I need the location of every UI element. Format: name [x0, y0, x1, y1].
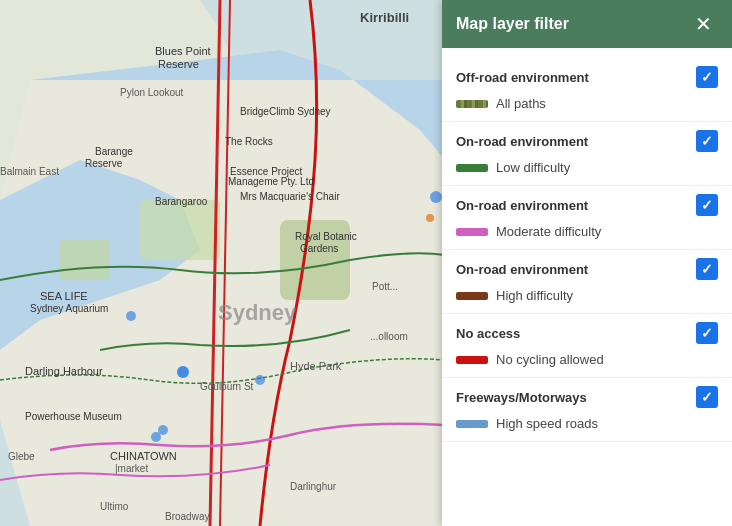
svg-text:Sydney Aquarium: Sydney Aquarium	[30, 303, 108, 314]
section-title-on-road-high: On-road environment	[456, 262, 588, 277]
section-header-no-access: No access	[456, 322, 718, 344]
legend-row: High speed roads	[456, 414, 718, 433]
legend-color-swatch	[456, 420, 488, 428]
legend-color-swatch	[456, 100, 488, 108]
svg-text:Barangaroo: Barangaroo	[155, 196, 208, 207]
svg-rect-8	[60, 240, 110, 280]
svg-text:Sydney: Sydney	[218, 300, 297, 325]
svg-text:Reserve: Reserve	[85, 158, 123, 169]
svg-text:The Rocks: The Rocks	[225, 136, 273, 147]
filter-panel: Map layer filter ✕ Off-road environmentA…	[442, 0, 732, 526]
filter-section-off-road: Off-road environmentAll paths	[442, 58, 732, 122]
filter-section-on-road-moderate: On-road environmentModerate difficulty	[442, 186, 732, 250]
legend-row: Moderate difficulty	[456, 222, 718, 241]
svg-text:Manageme Pty. Ltd: Manageme Pty. Ltd	[228, 176, 314, 187]
legend-row: All paths	[456, 94, 718, 113]
checkbox-no-access[interactable]	[696, 322, 718, 344]
section-header-off-road: Off-road environment	[456, 66, 718, 88]
section-header-on-road-moderate: On-road environment	[456, 194, 718, 216]
svg-text:Goulburn St: Goulburn St	[200, 381, 254, 392]
svg-text:Blues Point: Blues Point	[155, 45, 211, 57]
svg-text:Reserve: Reserve	[158, 58, 199, 70]
legend-label: No cycling allowed	[496, 352, 604, 367]
svg-text:CHINATOWN: CHINATOWN	[110, 450, 177, 462]
section-title-no-access: No access	[456, 326, 520, 341]
svg-text:BridgeClimb Sydney: BridgeClimb Sydney	[240, 106, 331, 117]
legend-label: Low difficulty	[496, 160, 570, 175]
legend-label: Moderate difficulty	[496, 224, 601, 239]
filter-section-freeways: Freeways/MotorwaysHigh speed roads	[442, 378, 732, 442]
legend-label: All paths	[496, 96, 546, 111]
svg-text:Darling Harbour: Darling Harbour	[25, 365, 103, 377]
checkbox-freeways[interactable]	[696, 386, 718, 408]
svg-rect-6	[140, 200, 220, 260]
svg-point-47	[426, 214, 434, 222]
filter-section-on-road-low: On-road environmentLow difficulty	[442, 122, 732, 186]
legend-color-swatch	[456, 292, 488, 300]
legend-row: Low difficulty	[456, 158, 718, 177]
section-title-on-road-moderate: On-road environment	[456, 198, 588, 213]
svg-point-42	[255, 375, 265, 385]
filter-section-no-access: No accessNo cycling allowed	[442, 314, 732, 378]
svg-text:Powerhouse Museum: Powerhouse Museum	[25, 411, 122, 422]
svg-text:Balmain East: Balmain East	[0, 166, 59, 177]
checkbox-on-road-low[interactable]	[696, 130, 718, 152]
section-title-freeways: Freeways/Motorways	[456, 390, 587, 405]
svg-text:Kirribilli: Kirribilli	[360, 10, 409, 25]
svg-text:Pylon Lookout: Pylon Lookout	[120, 87, 184, 98]
svg-point-45	[151, 432, 161, 442]
filter-section-on-road-high: On-road environmentHigh difficulty	[442, 250, 732, 314]
section-title-off-road: Off-road environment	[456, 70, 589, 85]
svg-point-43	[126, 311, 136, 321]
panel-body: Off-road environmentAll pathsOn-road env…	[442, 48, 732, 526]
svg-text:SEA LIFE: SEA LIFE	[40, 290, 88, 302]
svg-text:Glebe: Glebe	[8, 451, 35, 462]
legend-row: No cycling allowed	[456, 350, 718, 369]
legend-label: High difficulty	[496, 288, 573, 303]
legend-label: High speed roads	[496, 416, 598, 431]
svg-point-41	[177, 366, 189, 378]
svg-text:|market: |market	[115, 463, 148, 474]
section-header-freeways: Freeways/Motorways	[456, 386, 718, 408]
svg-text:Broadway: Broadway	[165, 511, 209, 522]
legend-row: High difficulty	[456, 286, 718, 305]
panel-title: Map layer filter	[456, 15, 569, 33]
svg-point-46	[430, 191, 442, 203]
checkbox-off-road[interactable]	[696, 66, 718, 88]
legend-color-swatch	[456, 356, 488, 364]
checkbox-on-road-high[interactable]	[696, 258, 718, 280]
svg-text:Barange: Barange	[95, 146, 133, 157]
svg-text:Mrs Macquarie's Chair: Mrs Macquarie's Chair	[240, 191, 340, 202]
svg-text:Royal Botanic: Royal Botanic	[295, 231, 357, 242]
svg-text:...olloom: ...olloom	[370, 331, 408, 342]
checkbox-on-road-moderate[interactable]	[696, 194, 718, 216]
section-header-on-road-low: On-road environment	[456, 130, 718, 152]
legend-color-swatch	[456, 228, 488, 236]
section-title-on-road-low: On-road environment	[456, 134, 588, 149]
section-header-on-road-high: On-road environment	[456, 258, 718, 280]
svg-text:Gardens: Gardens	[300, 243, 338, 254]
svg-text:Pott...: Pott...	[372, 281, 398, 292]
panel-header: Map layer filter ✕	[442, 0, 732, 48]
close-button[interactable]: ✕	[689, 12, 718, 36]
svg-text:Darlinghur: Darlinghur	[290, 481, 337, 492]
legend-color-swatch	[456, 164, 488, 172]
svg-text:Hyde Park: Hyde Park	[290, 360, 342, 372]
svg-text:Ultimo: Ultimo	[100, 501, 129, 512]
